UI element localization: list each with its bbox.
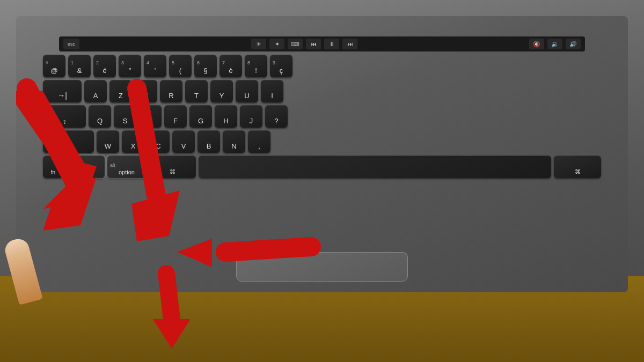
key-3-quote[interactable]: 3" [119, 55, 141, 77]
key-7-egrave[interactable]: 7è [219, 55, 242, 77]
key-9-ccedilla[interactable]: 9ç [270, 55, 292, 77]
key-x[interactable]: X [122, 130, 144, 153]
media-play-icon[interactable]: ⏸ [324, 39, 339, 49]
azerty-row1: →| A Z E R T Y U I [43, 80, 601, 102]
finger [3, 237, 43, 305]
left-cmd-key[interactable]: ⌘ [149, 156, 196, 178]
media-fwd-icon[interactable]: ⏭ [342, 39, 357, 49]
tab-key[interactable]: →| [43, 80, 82, 102]
keyboard-brightness-icon[interactable]: ⌨ [288, 39, 303, 49]
left-shift-key[interactable]: ⇧ [43, 130, 94, 153]
keyboard-scene: esc ☀ ✦ ⌨ ⏮ ⏸ ⏭ 🔇 🔉 🔊 #@ 1& [0, 0, 644, 362]
key-i[interactable]: I [261, 80, 283, 102]
volume-down-icon[interactable]: 🔉 [547, 39, 562, 49]
key-g[interactable]: G [189, 105, 212, 128]
key-hash-at[interactable]: #@ [43, 55, 65, 77]
key-8-excl[interactable]: 8! [245, 55, 267, 77]
control-key[interactable]: control [66, 156, 105, 178]
hand [0, 228, 75, 335]
mute-icon[interactable]: 🔇 [529, 39, 544, 49]
esc-key[interactable]: esc [63, 39, 79, 49]
key-u[interactable]: U [236, 80, 258, 102]
key-v[interactable]: V [172, 130, 195, 153]
number-row: #@ 1& 2é 3" 4' 5( 6§ [43, 55, 601, 77]
key-y[interactable]: Y [210, 80, 233, 102]
key-5-paren[interactable]: 5( [169, 55, 192, 77]
key-s[interactable]: S [114, 105, 136, 128]
key-d[interactable]: D [139, 105, 162, 128]
azerty-row3: ⇧ W X C V B N , [43, 130, 601, 153]
key-c[interactable]: C [147, 130, 170, 153]
key-1-amp[interactable]: 1& [68, 55, 91, 77]
option-key[interactable]: alt option [107, 156, 146, 178]
key-question[interactable]: ? [265, 105, 288, 128]
key-r[interactable]: R [160, 80, 182, 102]
key-4-apos[interactable]: 4' [144, 55, 166, 77]
keyboard: #@ 1& 2é 3" 4' 5( 6§ [43, 55, 601, 217]
key-z[interactable]: Z [109, 80, 132, 102]
key-b[interactable]: B [197, 130, 220, 153]
key-w[interactable]: W [97, 130, 119, 153]
key-e[interactable]: E [135, 80, 157, 102]
key-2-e[interactable]: 2é [93, 55, 116, 77]
fn-key[interactable]: fn [43, 156, 63, 178]
key-6-section[interactable]: 6§ [194, 55, 217, 77]
space-key[interactable] [199, 156, 551, 178]
key-h[interactable]: H [215, 105, 237, 128]
key-f[interactable]: F [164, 105, 187, 128]
trackpad[interactable] [236, 252, 408, 282]
touch-bar: esc ☀ ✦ ⌨ ⏮ ⏸ ⏭ 🔇 🔉 🔊 [59, 36, 585, 51]
keyboard-area: esc ☀ ✦ ⌨ ⏮ ⏸ ⏭ 🔇 🔉 🔊 #@ 1& [16, 16, 628, 292]
key-q[interactable]: Q [89, 105, 111, 128]
key-n[interactable]: N [223, 130, 245, 153]
key-a[interactable]: A [84, 80, 107, 102]
media-back-icon[interactable]: ⏮ [306, 39, 321, 49]
key-t[interactable]: T [185, 80, 208, 102]
azerty-row2: ⇪ Q S D F G H J ? [43, 105, 601, 128]
right-cmd-key[interactable]: ⌘ [554, 156, 601, 178]
volume-up-icon[interactable]: 🔊 [566, 39, 581, 49]
key-comma[interactable]: , [248, 130, 270, 153]
brightness-down-icon[interactable]: ☀ [251, 39, 266, 49]
key-j[interactable]: J [240, 105, 262, 128]
brightness-up-icon[interactable]: ✦ [269, 39, 284, 49]
caps-key[interactable]: ⇪ [43, 105, 86, 128]
bottom-row: fn control alt option ⌘ ⌘ [43, 156, 601, 178]
